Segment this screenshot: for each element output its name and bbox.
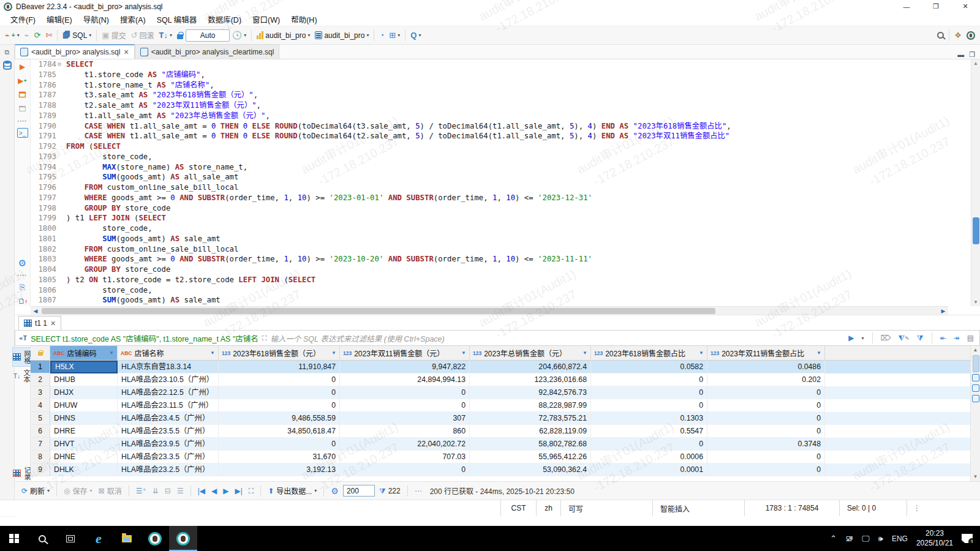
- menu-item-3[interactable]: 搜索(A): [115, 12, 151, 26]
- table-cell[interactable]: 0.1303: [591, 412, 707, 425]
- commit-button[interactable]: ▣提交: [99, 29, 128, 42]
- table-row[interactable]: 4DHUWHLA唯品会23.11.5（广州）0088,228,987.9900: [31, 399, 970, 412]
- table-cell[interactable]: DHNE: [50, 451, 118, 463]
- export-data-button[interactable]: ⬆导出数据...▾: [266, 484, 318, 497]
- table-cell[interactable]: 0.202: [707, 373, 825, 386]
- input-language-indicator[interactable]: ENG: [892, 534, 908, 543]
- table-cell[interactable]: 62,828,119.09: [470, 425, 591, 438]
- grid-corner-lock-icon[interactable]: [31, 346, 50, 360]
- panel-menu-icon[interactable]: ▤: [965, 334, 976, 342]
- next-page-icon[interactable]: ▶: [221, 485, 230, 497]
- column-filter-icon[interactable]: ▼: [210, 350, 215, 356]
- table-row[interactable]: 9DHLKHLA唯品会23.2.5（广州）3,192.13053,090,362…: [31, 463, 970, 476]
- table-cell[interactable]: 0: [591, 386, 707, 399]
- table-cell[interactable]: 11,910,847: [219, 361, 340, 373]
- column-filter-icon[interactable]: ▼: [331, 350, 336, 356]
- value-panel-icon[interactable]: [972, 374, 979, 381]
- close-tab-icon[interactable]: ✕: [123, 48, 129, 56]
- table-cell[interactable]: H5LX: [50, 361, 118, 373]
- dbeaver-perspective-icon[interactable]: [964, 30, 978, 41]
- text-view-tab[interactable]: 文本T↓: [13, 367, 31, 385]
- grid-view-tab[interactable]: 网格: [12, 347, 32, 367]
- column-header-5[interactable]: 1232023年618销售金额占比▼: [591, 346, 707, 360]
- table-cell[interactable]: HLA唯品会23.10.5（广州）: [118, 373, 219, 386]
- record-view-tab[interactable]: 记录: [13, 464, 32, 481]
- tray-chevron-icon[interactable]: ⌃: [830, 534, 837, 543]
- column-filter-icon[interactable]: ▼: [461, 350, 466, 356]
- save-button[interactable]: ◎保存▾: [62, 484, 94, 497]
- add-row-icon[interactable]: ☰⁺: [134, 485, 148, 497]
- table-cell[interactable]: 55,965,412.26: [470, 451, 591, 463]
- fetch-size-input[interactable]: 200: [343, 485, 375, 497]
- minimize-editor-icon[interactable]: ▬: [957, 51, 964, 59]
- save-filter-icon[interactable]: ⧩: [915, 334, 925, 342]
- column-header-3[interactable]: 1232023年双11销售金额（元）▼: [340, 346, 470, 360]
- settings-gear-icon[interactable]: ⚙: [17, 258, 28, 268]
- editor-tab-analysis-cleartime[interactable]: <audit_bi_pro> analysis_cleartime.sql: [135, 44, 280, 59]
- commit-mode-select[interactable]: Auto: [186, 29, 230, 42]
- expand-filter-icon[interactable]: ⛶: [262, 334, 267, 342]
- row-number[interactable]: 5: [31, 412, 50, 425]
- table-cell[interactable]: HLA京东自营18.3.14: [118, 361, 219, 373]
- table-cell[interactable]: HLA唯品会23.2.5（广州）: [118, 463, 219, 476]
- script-error-icon[interactable]: 🗋!: [17, 296, 28, 306]
- table-cell[interactable]: DHJX: [50, 386, 118, 399]
- row-number[interactable]: 4: [31, 399, 50, 412]
- execution-plan-button[interactable]: ⊞▾: [386, 30, 402, 40]
- row-number[interactable]: 9: [31, 463, 50, 476]
- table-cell[interactable]: 22,040,202.72: [340, 438, 470, 451]
- transaction-lock-icon[interactable]: [175, 31, 186, 40]
- cancel-button[interactable]: ⊠取消: [97, 484, 124, 497]
- table-cell[interactable]: HLA唯品会23.11.5（广州）: [118, 399, 219, 412]
- column-header-6[interactable]: 1232023年双11销售金额占比▼: [707, 346, 825, 360]
- last-page-icon[interactable]: ▶|: [233, 485, 244, 497]
- database-navigator-icon[interactable]: [2, 60, 12, 72]
- row-number[interactable]: 1: [31, 361, 50, 373]
- table-cell[interactable]: 0: [707, 386, 825, 399]
- metadata-panel-icon[interactable]: [972, 384, 979, 392]
- results-data-grid[interactable]: ABC店铺编码▼ABC店铺名称▼1232023年618销售金额（元）▼12320…: [31, 346, 970, 481]
- transaction-mode-button[interactable]: T↓▾: [157, 30, 175, 40]
- action-center-icon[interactable]: 1: [962, 534, 973, 543]
- table-cell[interactable]: 9,486,558.59: [219, 412, 340, 425]
- table-row[interactable]: 1H5LXHLA京东自营18.3.1411,910,8479,947,82220…: [31, 361, 970, 373]
- table-cell[interactable]: 53,090,362.4: [470, 463, 591, 476]
- table-cell[interactable]: DHUW: [50, 399, 118, 412]
- menu-item-6[interactable]: 窗口(W): [247, 12, 285, 26]
- close-results-tab-icon[interactable]: ✕: [50, 320, 56, 328]
- row-number[interactable]: 6: [31, 425, 50, 438]
- transaction-log-button[interactable]: 🕓▾: [230, 30, 249, 40]
- refresh-button[interactable]: ⟳刷新▾: [20, 484, 51, 497]
- table-cell[interactable]: 0.0001: [591, 463, 707, 476]
- table-cell[interactable]: 307: [340, 412, 470, 425]
- menu-item-5[interactable]: 数据库(D): [202, 12, 247, 26]
- maximize-button[interactable]: ❐: [921, 0, 951, 13]
- column-filter-icon[interactable]: ▼: [109, 350, 114, 356]
- menu-item-7[interactable]: 帮助(H): [285, 12, 322, 26]
- taskbar-search-icon[interactable]: [28, 526, 56, 551]
- column-header-2[interactable]: 1232023年618销售金额（元）▼: [219, 346, 340, 360]
- table-cell[interactable]: 0: [340, 399, 470, 412]
- column-header-1[interactable]: ABC店铺名称▼: [118, 346, 219, 360]
- table-cell[interactable]: 58,802,782.68: [470, 438, 591, 451]
- table-row[interactable]: 7DHVTHLA唯品会23.9.5（广州）022,040,202.7258,80…: [31, 438, 970, 451]
- reconnect-button[interactable]: ⟳: [32, 30, 43, 40]
- dashboard-button[interactable]: ◔: [377, 30, 386, 40]
- edit-value-icon[interactable]: ☰: [175, 485, 186, 497]
- table-cell[interactable]: 204,660,872.4: [470, 361, 591, 373]
- table-cell[interactable]: 0: [591, 438, 707, 451]
- task-view-icon[interactable]: [56, 526, 85, 551]
- menu-item-4[interactable]: SQL 编辑器: [151, 12, 203, 26]
- table-cell[interactable]: 0: [707, 425, 825, 438]
- disconnect-button[interactable]: ⌁: [22, 30, 32, 40]
- menu-item-0[interactable]: 文件(F): [5, 12, 41, 26]
- perspective-icon[interactable]: ❖: [952, 30, 964, 40]
- table-cell[interactable]: DHLK: [50, 463, 118, 476]
- table-cell[interactable]: 0.3748: [707, 438, 825, 451]
- table-cell[interactable]: 0: [219, 386, 340, 399]
- table-cell[interactable]: DHRE: [50, 425, 118, 438]
- table-cell[interactable]: 0: [707, 412, 825, 425]
- table-cell[interactable]: 0: [591, 399, 707, 412]
- table-cell[interactable]: 0: [219, 438, 340, 451]
- table-cell[interactable]: HLA唯品会23.4.5（广州）: [118, 412, 219, 425]
